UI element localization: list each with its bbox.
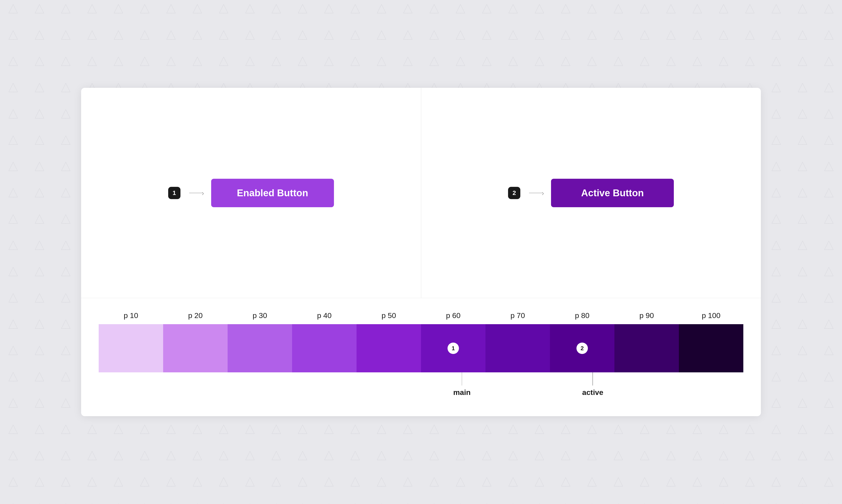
palette-label-5: p 50 — [357, 311, 421, 320]
step-badge-1: 1 — [168, 187, 181, 199]
annotation-main: main — [453, 372, 470, 397]
swatch-7 — [485, 324, 550, 372]
swatch-5 — [357, 324, 421, 372]
enabled-button[interactable]: Enabled Button — [211, 179, 334, 207]
palette-label-8: p 80 — [550, 311, 614, 320]
annotation-label-main: main — [453, 388, 470, 397]
swatch-8: 2 — [550, 324, 614, 372]
palette-label-7: p 70 — [485, 311, 550, 320]
annotation-active: active — [582, 372, 603, 397]
annotation-label-active: active — [582, 388, 603, 397]
arrow-2 — [529, 193, 542, 193]
main-card: 1 Enabled Button 2 Active Button p 10p 2… — [81, 88, 761, 416]
swatch-10 — [679, 324, 743, 372]
palette-label-6: p 60 — [421, 311, 485, 320]
swatch-1 — [99, 324, 163, 372]
step-badge-2: 2 — [508, 187, 520, 199]
demo-section: 1 Enabled Button 2 Active Button — [81, 88, 761, 298]
palette-swatches: 12 — [99, 324, 743, 372]
annotation-line-main — [462, 372, 462, 385]
palette-labels: p 10p 20p 30p 40p 50p 60p 70p 80p 90p 10… — [99, 311, 743, 320]
swatch-badge-2: 2 — [577, 343, 588, 354]
arrow-1 — [189, 193, 202, 193]
swatch-6: 1 — [421, 324, 485, 372]
swatch-2 — [163, 324, 228, 372]
swatch-4 — [292, 324, 357, 372]
palette-section: p 10p 20p 30p 40p 50p 60p 70p 80p 90p 10… — [81, 298, 761, 416]
palette-label-4: p 40 — [292, 311, 357, 320]
active-button[interactable]: Active Button — [551, 179, 674, 207]
palette-label-10: p 100 — [679, 311, 743, 320]
palette-label-2: p 20 — [163, 311, 228, 320]
swatch-9 — [614, 324, 679, 372]
enabled-panel: 1 Enabled Button — [81, 88, 421, 298]
palette-annotations: mainactive — [99, 372, 743, 416]
palette-label-3: p 30 — [228, 311, 292, 320]
swatch-badge-1: 1 — [448, 343, 459, 354]
active-panel: 2 Active Button — [421, 88, 761, 298]
palette-label-1: p 10 — [99, 311, 163, 320]
annotation-line-active — [592, 372, 593, 385]
palette-label-9: p 90 — [614, 311, 679, 320]
swatch-3 — [228, 324, 292, 372]
